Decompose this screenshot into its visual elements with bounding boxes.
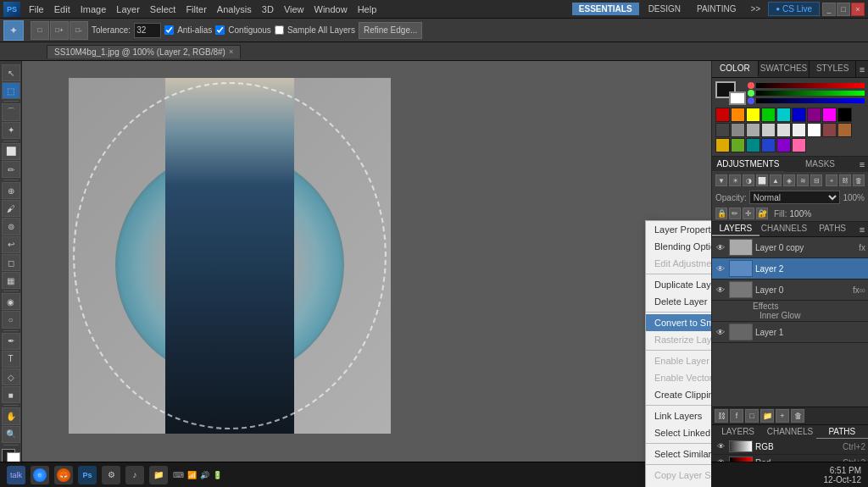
gradient-tool[interactable]: ▦ bbox=[2, 272, 20, 289]
adj-icon-3[interactable]: ◑ bbox=[743, 174, 754, 186]
eraser-tool[interactable]: ◻ bbox=[2, 254, 20, 271]
menu-filter[interactable]: Filter bbox=[181, 3, 211, 16]
lock-transparent-btn[interactable]: 🔒 bbox=[715, 208, 727, 219]
menu-image[interactable]: Image bbox=[75, 3, 112, 16]
cs-live-btn[interactable]: ● CS Live bbox=[768, 2, 820, 16]
photoshop-taskbar-btn[interactable]: Ps bbox=[78, 466, 97, 484]
wand-tool[interactable]: ✦ bbox=[2, 122, 20, 139]
firefox-btn[interactable]: 🦊 bbox=[54, 466, 73, 484]
swatch-brown1[interactable] bbox=[822, 123, 837, 137]
adj-icon-5[interactable]: ▲ bbox=[770, 174, 782, 186]
tab-close-icon[interactable]: × bbox=[229, 47, 233, 56]
ctx-layer-properties[interactable]: Layer Properties... bbox=[646, 221, 711, 238]
menu-window[interactable]: Window bbox=[309, 3, 353, 16]
swatch-teal[interactable] bbox=[746, 138, 760, 152]
selection-mode-btn[interactable]: □ bbox=[31, 21, 49, 40]
close-btn[interactable]: × bbox=[851, 3, 865, 16]
masks-tab[interactable]: MASKS bbox=[784, 157, 856, 172]
swatch-green[interactable] bbox=[761, 108, 776, 122]
layer-2-eye[interactable]: 👁 bbox=[715, 263, 726, 274]
maximize-btn[interactable]: □ bbox=[837, 3, 850, 16]
essentials-btn[interactable]: ESSENTIALS bbox=[572, 3, 639, 15]
layers-tab[interactable]: LAYERS bbox=[712, 222, 760, 236]
design-btn[interactable]: DESIGN bbox=[642, 3, 687, 15]
ie-btn[interactable]: e bbox=[31, 466, 49, 484]
panel-menu-btn[interactable]: ≡ bbox=[856, 61, 868, 77]
layers-menu-btn[interactable]: ≡ bbox=[856, 222, 868, 236]
swatch-mid-gray[interactable] bbox=[731, 123, 745, 137]
menu-3d[interactable]: 3D bbox=[257, 3, 279, 16]
adj-icon-7[interactable]: ≋ bbox=[797, 174, 809, 186]
blur-tool[interactable]: ◉ bbox=[2, 293, 20, 310]
healing-tool[interactable]: ⊕ bbox=[2, 182, 20, 199]
channel-rgb[interactable]: 👁 RGB Ctrl+2 bbox=[712, 439, 868, 455]
crop-tool[interactable]: ⬜ bbox=[2, 143, 20, 160]
ctx-duplicate-layer[interactable]: Duplicate Layer... bbox=[646, 276, 711, 293]
menu-file[interactable]: File bbox=[24, 3, 49, 16]
new-layer-btn[interactable]: + bbox=[776, 409, 789, 423]
ctx-delete-layer[interactable]: Delete Layer bbox=[646, 293, 711, 310]
channels-tab[interactable]: CHANNELS bbox=[760, 222, 809, 236]
swatch-cyan[interactable] bbox=[776, 108, 791, 122]
swatch-lighter-gray[interactable] bbox=[761, 123, 776, 137]
channels-tab-2[interactable]: CHANNELS bbox=[764, 425, 815, 439]
link-layers-btn[interactable]: ⛓ bbox=[715, 409, 728, 423]
swatch-white[interactable] bbox=[807, 123, 821, 137]
blue-slider[interactable] bbox=[756, 98, 865, 103]
swatch-light-gray[interactable] bbox=[746, 123, 760, 137]
blend-mode-select[interactable]: Normal bbox=[749, 191, 841, 204]
adj-link-btn[interactable]: ⛓ bbox=[839, 174, 851, 186]
layer-item-0-copy[interactable]: 👁 Layer 0 copy fx bbox=[712, 237, 868, 258]
red-slider[interactable] bbox=[756, 83, 865, 88]
layer-item-0[interactable]: 👁 Layer 0 fx ∞ bbox=[712, 279, 868, 301]
add-style-btn[interactable]: f bbox=[730, 409, 743, 423]
document-tab[interactable]: SS10M4bg_1.jpg @ 100% (Layer 2, RGB/8#) … bbox=[47, 45, 241, 58]
layer-item-2[interactable]: 👁 Layer 2 bbox=[712, 258, 868, 279]
new-group-btn[interactable]: 📁 bbox=[760, 409, 774, 423]
swatch-orange[interactable] bbox=[731, 108, 745, 122]
subtract-selection-btn[interactable]: □- bbox=[70, 21, 88, 40]
tolerance-input[interactable] bbox=[134, 23, 161, 38]
ctx-blending-options[interactable]: Blending Options... bbox=[646, 238, 711, 255]
folder-btn[interactable]: 📁 bbox=[149, 466, 168, 484]
menu-layer[interactable]: Layer bbox=[111, 3, 145, 16]
layer-1-eye[interactable]: 👁 bbox=[715, 326, 726, 338]
path-tool[interactable]: ◇ bbox=[2, 368, 20, 385]
move-tool[interactable]: ↖ bbox=[2, 64, 20, 81]
adj-add-btn[interactable]: + bbox=[826, 174, 837, 186]
lock-paint-btn[interactable]: ✏ bbox=[729, 208, 741, 219]
swatch-olive[interactable] bbox=[731, 138, 745, 152]
lock-all-btn[interactable]: 🔐 bbox=[756, 208, 768, 219]
channel-rgb-eye[interactable]: 👁 bbox=[715, 440, 726, 452]
swatch-blue[interactable] bbox=[792, 108, 806, 122]
swatches-tab[interactable]: SWATCHES bbox=[759, 61, 810, 77]
add-selection-btn[interactable]: □+ bbox=[50, 21, 69, 40]
green-slider[interactable] bbox=[756, 91, 865, 96]
adj-icon-8[interactable]: ⊟ bbox=[810, 174, 822, 186]
history-tool[interactable]: ↩ bbox=[2, 236, 20, 253]
clone-tool[interactable]: ⊚ bbox=[2, 218, 20, 235]
color-tab[interactable]: COLOR bbox=[712, 61, 759, 77]
menu-edit[interactable]: Edit bbox=[49, 3, 75, 16]
paths-tab[interactable]: PATHS bbox=[809, 222, 856, 236]
music-btn[interactable]: ♪ bbox=[125, 466, 144, 484]
adj-delete-btn[interactable]: 🗑 bbox=[853, 174, 865, 186]
menu-help[interactable]: Help bbox=[353, 3, 382, 16]
selection-tool[interactable]: ⬚ bbox=[2, 82, 20, 99]
swatch-pale-gray[interactable] bbox=[776, 123, 791, 137]
pen-tool[interactable]: ✒ bbox=[2, 333, 20, 350]
add-mask-btn[interactable]: □ bbox=[745, 409, 759, 423]
text-tool[interactable]: T bbox=[2, 351, 20, 368]
swatch-royal-blue[interactable] bbox=[761, 138, 776, 152]
layer-item-1[interactable]: 👁 Layer 1 bbox=[712, 322, 868, 343]
layer-0-copy-eye[interactable]: 👁 bbox=[715, 241, 726, 253]
swatch-purple[interactable] bbox=[807, 108, 821, 122]
zoom-tool[interactable]: 🔍 bbox=[2, 426, 20, 443]
ctx-select-linked-layers[interactable]: Select Linked Layers bbox=[646, 424, 711, 441]
bg-color-preview[interactable] bbox=[729, 91, 746, 105]
swatch-gold[interactable] bbox=[715, 138, 730, 152]
hand-tool[interactable]: ✋ bbox=[2, 407, 20, 424]
magic-wand-tool[interactable]: ✦ bbox=[3, 20, 24, 41]
more-btn[interactable]: >> bbox=[745, 3, 765, 15]
adj-icon-4[interactable]: ⬜ bbox=[756, 174, 768, 186]
